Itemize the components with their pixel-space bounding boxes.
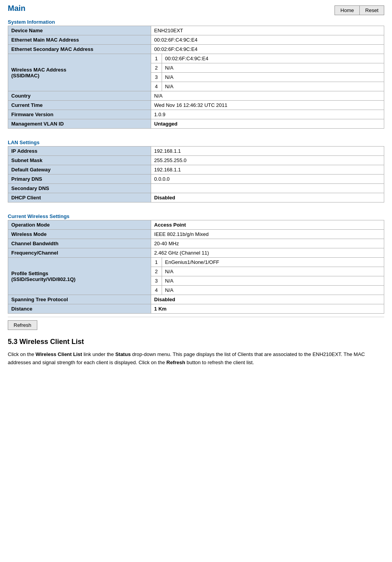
refresh-bold: Refresh	[166, 360, 185, 365]
system-info-table: Device Name ENH210EXT Ethernet Main MAC …	[8, 26, 384, 129]
table-row: Frequency/Channel 2.462 GHz (Channel 11)	[8, 248, 384, 258]
sub-row: 1 00:02:6F:C4:9C:E4	[151, 54, 384, 63]
row-label: Default Gateway	[8, 165, 151, 175]
wireless-client-list-bold: Wireless Client List	[36, 351, 82, 357]
row-value-multi: 1 EnGenius1/None/1/OFF 2 N/A 3 N/A 4 N/A	[151, 258, 384, 295]
row-value: Wed Nov 16 12:46:32 UTC 2011	[151, 101, 384, 110]
sub-value: EnGenius1/None/1/OFF	[162, 258, 384, 267]
row-label: Device Name	[8, 26, 151, 35]
sub-index: 4	[151, 286, 162, 295]
table-row: Channel Bandwidth 20-40 MHz	[8, 239, 384, 248]
row-value: 1 Km	[151, 304, 384, 314]
table-row: Wireless Mode IEEE 802.11b/g/n Mixed	[8, 230, 384, 239]
row-value: 20-40 MHz	[151, 239, 384, 248]
table-row: Firmware Version 1.0.9	[8, 110, 384, 119]
wireless-settings-title: Current Wireless Settings	[8, 213, 384, 219]
table-row: Country N/A	[8, 91, 384, 101]
row-value: 00:02:6F:C4:9C:E4	[151, 45, 384, 54]
row-label: Operation Mode	[8, 220, 151, 230]
row-value: 00:02:6F:C4:9C:E4	[151, 35, 384, 45]
row-label: Ethernet Secondary MAC Address	[8, 45, 151, 54]
table-row: Spanning Tree Protocol Disabled	[8, 295, 384, 304]
row-label: Channel Bandwidth	[8, 239, 151, 248]
row-label: Primary DNS	[8, 175, 151, 184]
row-label: Management VLAN ID	[8, 119, 151, 129]
sub-index: 4	[151, 82, 162, 91]
sub-row: 4 N/A	[151, 286, 384, 295]
row-label: Secondary DNS	[8, 184, 151, 193]
sub-row: 3 N/A	[151, 73, 384, 82]
row-label: Ethernet Main MAC Address	[8, 35, 151, 45]
row-label: Wireless Mode	[8, 230, 151, 239]
section-53: 5.3 Wireless Client List Click on the Wi…	[8, 338, 384, 367]
lan-settings-table: IP Address 192.168.1.1 Subnet Mask 255.2…	[8, 146, 384, 202]
sub-row: 2 N/A	[151, 267, 384, 276]
row-value: Access Point	[151, 220, 384, 230]
table-row: Device Name ENH210EXT	[8, 26, 384, 35]
row-label: Firmware Version	[8, 110, 151, 119]
table-row: Management VLAN ID Untagged	[8, 119, 384, 129]
sub-index: 3	[151, 276, 162, 285]
table-row-profile: Profile Settings(SSID/Security/VID/802.1…	[8, 258, 384, 295]
table-row: Default Gateway 192.168.1.1	[8, 165, 384, 175]
page-title: Main	[8, 4, 26, 13]
row-label: Profile Settings(SSID/Security/VID/802.1…	[8, 258, 151, 295]
table-row: Subnet Mask 255.255.255.0	[8, 156, 384, 165]
row-value: 2.462 GHz (Channel 11)	[151, 248, 384, 258]
sub-row: 3 N/A	[151, 276, 384, 286]
system-info-title: System Information	[8, 19, 384, 25]
table-row: Current Time Wed Nov 16 12:46:32 UTC 201…	[8, 101, 384, 110]
row-value: 0.0.0.0	[151, 175, 384, 184]
sub-row: 1 EnGenius1/None/1/OFF	[151, 258, 384, 267]
sub-index: 3	[151, 73, 162, 82]
table-row: Primary DNS 0.0.0.0	[8, 175, 384, 184]
row-value: 192.168.1.1	[151, 165, 384, 175]
section-gap	[8, 130, 384, 136]
row-label: IP Address	[8, 147, 151, 156]
row-label: DHCP Client	[8, 193, 151, 202]
status-bold: Status	[115, 351, 131, 357]
refresh-button[interactable]: Refresh	[8, 320, 37, 330]
sub-value: N/A	[162, 82, 384, 91]
table-row: Distance 1 Km	[8, 304, 384, 314]
row-value: Disabled	[151, 295, 384, 304]
table-row: Secondary DNS	[8, 184, 384, 193]
table-row-wireless-mac: Wireless MAC Address(SSID/MAC) 1 00:02:6…	[8, 54, 384, 91]
home-button[interactable]: Home	[335, 5, 359, 15]
row-label: Current Time	[8, 101, 151, 110]
row-label: Frequency/Channel	[8, 248, 151, 258]
row-label: Wireless MAC Address(SSID/MAC)	[8, 54, 151, 91]
lan-settings-title: LAN Settings	[8, 140, 384, 145]
row-value: ENH210EXT	[151, 26, 384, 35]
row-value: Untagged	[151, 119, 384, 129]
row-value: Disabled	[151, 193, 384, 202]
sub-index: 2	[151, 267, 162, 276]
page-header: Main Home Reset	[8, 4, 384, 15]
sub-value: 00:02:6F:C4:9C:E4	[162, 54, 384, 63]
wireless-settings-table: Operation Mode Access Point Wireless Mod…	[8, 220, 384, 314]
table-row: Ethernet Main MAC Address 00:02:6F:C4:9C…	[8, 35, 384, 45]
table-row: Operation Mode Access Point	[8, 220, 384, 230]
row-value-multi: 1 00:02:6F:C4:9C:E4 2 N/A 3 N/A 4 N/A	[151, 54, 384, 91]
sub-value: N/A	[162, 73, 384, 82]
section-gap	[8, 204, 384, 209]
sub-index: 2	[151, 63, 162, 72]
sub-value: N/A	[162, 286, 384, 295]
table-row: Ethernet Secondary MAC Address 00:02:6F:…	[8, 45, 384, 54]
sub-index: 1	[151, 258, 162, 267]
table-row: IP Address 192.168.1.1	[8, 147, 384, 156]
row-value	[151, 184, 384, 193]
row-value: 1.0.9	[151, 110, 384, 119]
table-row: DHCP Client Disabled	[8, 193, 384, 202]
sub-value: N/A	[162, 267, 384, 276]
sub-value: N/A	[162, 63, 384, 72]
row-label: Country	[8, 91, 151, 101]
reset-button[interactable]: Reset	[359, 5, 384, 15]
row-label: Spanning Tree Protocol	[8, 295, 151, 304]
row-value: IEEE 802.11b/g/n Mixed	[151, 230, 384, 239]
header-buttons: Home Reset	[335, 5, 384, 15]
row-value: N/A	[151, 91, 384, 101]
refresh-section: Refresh	[8, 317, 384, 330]
sub-row: 2 N/A	[151, 63, 384, 73]
sub-index: 1	[151, 54, 162, 63]
